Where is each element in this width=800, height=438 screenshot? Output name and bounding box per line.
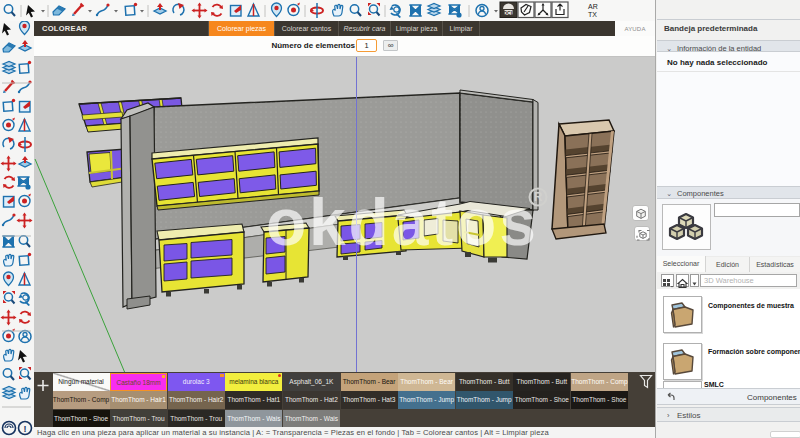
svg-text:AR: AR [588, 3, 598, 10]
svg-text:!: ! [24, 424, 27, 434]
svg-text:OCL: OCL [503, 10, 514, 16]
svg-text:TX: TX [588, 11, 597, 18]
